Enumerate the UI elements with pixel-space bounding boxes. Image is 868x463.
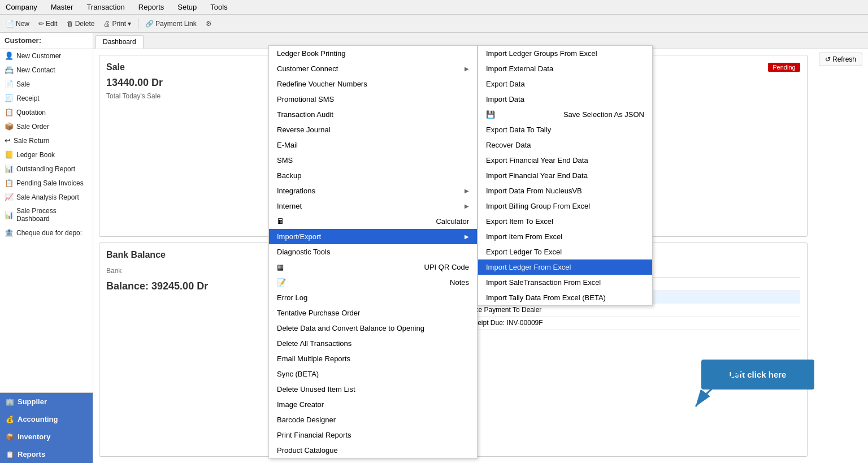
payment-link-button[interactable]: 🔗 Payment Link [143,19,199,29]
menu-calculator[interactable]: 🖩Calculator [269,214,477,229]
submenu-save-selection-json[interactable]: 💾Save Selection As JSON [478,107,652,122]
tooltip-arrow [679,361,814,429]
menu-email-multiple-reports[interactable]: Email Multiple Reports [269,351,477,366]
menu-sync[interactable]: Sync (BETA) [269,366,477,382]
submenu-export-ledger-excel[interactable]: Export Ledger To Excel [478,244,652,259]
submenu-import-nucleusvb[interactable]: Import Data From NucleusVB [478,183,652,198]
menu-email[interactable]: E-Mail [269,137,477,153]
sidebar-spacer [0,240,93,392]
bank-label: Bank [106,267,121,275]
menu-promotional-sms[interactable]: Promotional SMS [269,92,477,107]
menu-delete-unused-items[interactable]: Delete Unused Item List [269,382,477,397]
payable-badge: Pending [768,63,800,72]
submenu-export-item-excel[interactable]: Export Item To Excel [478,214,652,229]
submenu-import-data[interactable]: Import Data [478,92,652,107]
sidebar-item-sale-order[interactable]: 📦 Sale Order [0,119,93,133]
submenu-arrow: ▶ [465,203,469,209]
menu-notes[interactable]: 📝Notes [269,275,477,290]
menu-transaction[interactable]: Transaction [84,2,127,12]
sale-analysis-icon: 📈 [5,193,14,201]
submenu-export-data[interactable]: Export Data [478,76,652,92]
submenu-arrow: ▶ [465,188,469,194]
menu-transaction-audit[interactable]: Transaction Audit [269,107,477,122]
submenu-import-billing-group[interactable]: Import Billing Group From Excel [478,198,652,214]
bank-card-title: Bank Balance [106,250,166,260]
menu-internet[interactable]: Internet ▶ [269,198,477,214]
menu-sms[interactable]: SMS [269,153,477,168]
menu-setup[interactable]: Setup [175,2,199,12]
new-button[interactable]: 📄 New [3,19,32,29]
menu-barcode-designer[interactable]: Barcode Designer [269,412,477,427]
menu-reports[interactable]: Reports [136,2,167,12]
menu-master[interactable]: Master [49,2,76,12]
menu-delete-data-convert[interactable]: Delete Data and Convert Balance to Openi… [269,321,477,336]
menu-upi-qr[interactable]: ▦UPI QR Code [269,259,477,275]
menu-product-catalogue[interactable]: Product Catalogue [269,443,477,458]
sidebar-item-sale-process[interactable]: 📊 Sale Process Dashboard [0,204,93,226]
menu-image-creator[interactable]: Image Creator [269,397,477,412]
edit-button[interactable]: ✏ Edit [36,19,60,29]
submenu-recover-data[interactable]: Recover Data [478,137,652,153]
sidebar-header: Customer: [0,33,93,49]
menu-integrations[interactable]: Integrations ▶ [269,183,477,198]
menu-error-log[interactable]: Error Log [269,290,477,305]
submenu-arrow: ▶ [465,233,469,240]
menu-delete-all-transactions[interactable]: Delete All Transactions [269,336,477,351]
submenu-import-ledger-groups[interactable]: Import Ledger Groups From Excel [478,46,652,61]
reports-icon: 📋 [6,451,14,458]
submenu-import-ledger-excel[interactable]: Import Ledger From Excel [478,259,652,275]
sidebar-bottom: 🏢 Supplier 💰 Accounting 📦 Inventory 📋 Re… [0,392,93,463]
submenu-import-financial-year-end[interactable]: Import Financial Year End Data [478,168,652,183]
import-export-submenu: Import Ledger Groups From Excel Import E… [478,45,653,306]
sidebar-item-sale[interactable]: 📄 Sale [0,77,93,91]
quotation-icon: 📋 [5,108,14,116]
menu-tentative-purchase[interactable]: Tentative Purchase Order [269,305,477,321]
delete-button[interactable]: 🗑 Delete [64,19,97,29]
main-layout: Customer: 👤 New Customer 📇 New Contact 📄… [0,33,868,463]
submenu-import-item-excel[interactable]: Import Item From Excel [478,229,652,244]
menu-import-export[interactable]: Import/Export ▶ [269,229,477,244]
new-contact-icon: 📇 [5,66,14,74]
sale-return-icon: ↩ [5,136,11,145]
menu-ledger-book-printing[interactable]: Ledger Book Printing [269,46,477,61]
sidebar-item-receipt[interactable]: 🧾 Receipt [0,91,93,105]
sidebar-item-new-contact[interactable]: 📇 New Contact [0,63,93,77]
sidebar-item-new-customer[interactable]: 👤 New Customer [0,49,93,63]
refresh-button[interactable]: ↺ Refresh [819,53,862,66]
sidebar-item-inventory[interactable]: 📦 Inventory [0,428,93,445]
sidebar-item-accounting[interactable]: 💰 Accounting [0,410,93,428]
submenu-import-tally-data[interactable]: Import Tally Data From Excel (BETA) [478,290,652,305]
menu-customer-connect[interactable]: Customer Connect ▶ [269,61,477,76]
sidebar-item-outstanding-report[interactable]: 📊 Outstanding Report [0,162,93,176]
sale-process-icon: 📊 [5,211,14,219]
menu-reverse-journal[interactable]: Reverse Journal [269,122,477,137]
submenu-export-financial-year-end[interactable]: Export Financial Year End Data [478,153,652,168]
sidebar-item-sale-analysis[interactable]: 📈 Sale Analysis Report [0,190,93,204]
sidebar-item-sale-return[interactable]: ↩ Sale Return [0,133,93,148]
outstanding-report-icon: 📊 [5,165,14,173]
sidebar-item-pending-sale-invoices[interactable]: 📋 Pending Sale Invoices [0,176,93,190]
submenu-export-data-tally[interactable]: Export Data To Tally [478,122,652,137]
menu-backup[interactable]: Backup [269,168,477,183]
sale-card-title: Sale [106,62,125,72]
menu-print-financial-reports[interactable]: Print Financial Reports [269,427,477,443]
menu-redefine-voucher[interactable]: Redefine Voucher Numbers [269,76,477,92]
submenu-import-external-data[interactable]: Import External Data [478,61,652,76]
menu-bar: Company Master Transaction Reports Setup… [0,0,868,15]
menu-company[interactable]: Company [3,2,40,12]
submenu-import-sale-transaction[interactable]: Import SaleTransaction From Excel [478,275,652,290]
menu-diagnostic-tools[interactable]: Diagnostic Tools [269,244,477,259]
extra-button[interactable]: ⚙ [203,19,214,29]
sidebar-item-reports[interactable]: 📋 Reports [0,445,93,463]
tab-dashboard[interactable]: Dashboard [96,35,144,49]
separator [138,18,138,29]
sidebar-item-supplier[interactable]: 🏢 Supplier [0,393,93,410]
pending-sale-icon: 📋 [5,179,14,187]
sidebar-item-cheque[interactable]: 🏦 Cheque due for depo: [0,226,93,240]
print-button[interactable]: 🖨 Print ▾ [101,19,133,29]
accounting-icon: 💰 [6,416,14,423]
sidebar-item-quotation[interactable]: 📋 Quotation [0,105,93,119]
sidebar-item-ledger-book[interactable]: 📒 Ledger Book [0,148,93,162]
task-row[interactable]: Receipt Due: INV-00009F [463,316,800,329]
menu-tools[interactable]: Tools [208,2,229,12]
